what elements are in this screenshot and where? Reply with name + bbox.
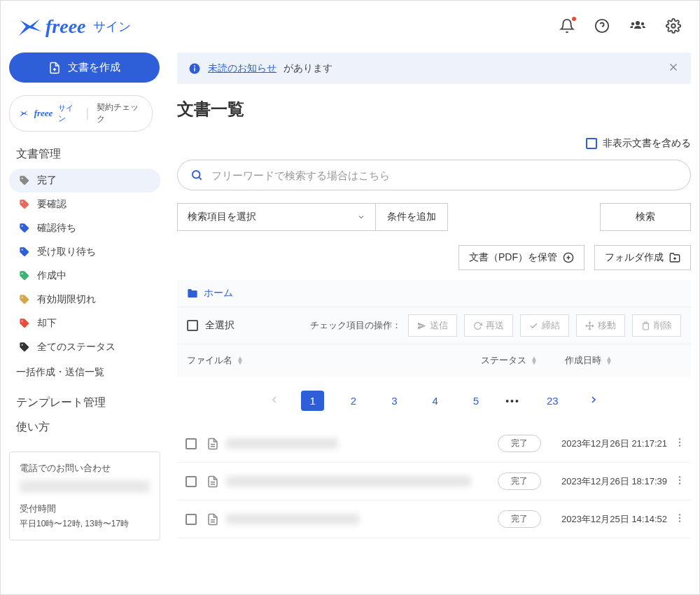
created-date: 2023年12月26日 18:17:39 bbox=[552, 475, 667, 488]
tag-icon bbox=[19, 199, 30, 210]
sidebar-status-3[interactable]: 受け取り待ち bbox=[9, 240, 160, 264]
sidebar-status-1[interactable]: 要確認 bbox=[9, 192, 160, 216]
svg-point-8 bbox=[22, 178, 23, 179]
row-checkbox[interactable] bbox=[186, 476, 197, 487]
sidebar-status-5[interactable]: 有効期限切れ bbox=[9, 288, 160, 312]
sidebar-status-6[interactable]: 却下 bbox=[9, 312, 160, 335]
more-icon[interactable] bbox=[674, 512, 685, 526]
row-checkbox[interactable] bbox=[186, 438, 197, 449]
content: 未読のお知らせがあります 文書一覧 非表示文書を含める 検索項目を選択 条件を追… bbox=[169, 52, 699, 595]
sidebar-status-0[interactable]: 完了 bbox=[9, 169, 160, 192]
svg-point-15 bbox=[22, 344, 23, 346]
bulk-send-button[interactable]: 送信 bbox=[408, 314, 457, 337]
tag-icon bbox=[19, 175, 30, 186]
created-date: 2023年12月25日 14:14:52 bbox=[552, 513, 667, 526]
gear-icon[interactable] bbox=[666, 18, 681, 36]
svg-point-32 bbox=[679, 438, 680, 440]
chevron-down-icon bbox=[357, 213, 365, 221]
status-badge: 完了 bbox=[498, 435, 541, 452]
close-icon[interactable] bbox=[667, 61, 680, 76]
page-title: 文書一覧 bbox=[177, 98, 691, 120]
more-icon[interactable] bbox=[674, 437, 685, 450]
breadcrumb[interactable]: ホーム bbox=[177, 280, 691, 307]
tag-icon bbox=[19, 223, 30, 234]
search-button[interactable]: 検索 bbox=[600, 203, 691, 231]
svg-point-10 bbox=[22, 225, 23, 227]
include-hidden-checkbox[interactable]: 非表示文書を含める bbox=[586, 137, 691, 150]
sidebar-status-4[interactable]: 作成中 bbox=[9, 264, 160, 288]
search-input[interactable] bbox=[211, 169, 678, 181]
page-2[interactable]: 2 bbox=[342, 391, 365, 411]
notice-banner: 未読のお知らせがあります bbox=[177, 52, 691, 84]
logo[interactable]: freee サイン bbox=[19, 15, 131, 38]
page-3[interactable]: 3 bbox=[383, 391, 405, 411]
svg-point-33 bbox=[679, 442, 680, 443]
search-bar[interactable] bbox=[177, 160, 691, 190]
header-icons bbox=[559, 18, 681, 36]
logo-sub: サイン bbox=[93, 18, 131, 35]
col-created[interactable]: 作成日時▲▼ bbox=[565, 354, 677, 367]
check-icon bbox=[529, 321, 538, 330]
status-badge: 完了 bbox=[498, 472, 541, 490]
tag-icon bbox=[19, 246, 30, 258]
prev-page[interactable] bbox=[266, 391, 283, 410]
checkbox-icon bbox=[586, 138, 597, 149]
help-icon[interactable] bbox=[594, 18, 610, 36]
create-folder-button[interactable]: フォルダ作成 bbox=[594, 245, 691, 270]
section-docs: 文書管理 bbox=[16, 147, 153, 162]
col-filename[interactable]: ファイル名▲▼ bbox=[187, 354, 481, 367]
svg-point-43 bbox=[679, 517, 680, 519]
folder-plus-icon bbox=[669, 252, 680, 263]
section-howto[interactable]: 使い方 bbox=[16, 420, 153, 435]
select-all-checkbox[interactable]: 全選択 bbox=[187, 319, 234, 332]
contract-check-link[interactable]: freee サイン │ 契約チェック bbox=[9, 95, 153, 132]
page-last[interactable]: 23 bbox=[538, 391, 567, 411]
section-templates[interactable]: テンプレート管理 bbox=[16, 396, 153, 410]
svg-point-12 bbox=[22, 273, 23, 274]
page-4[interactable]: 4 bbox=[424, 391, 446, 411]
sidebar-status-7[interactable]: 全てのステータス bbox=[9, 335, 160, 359]
more-icon[interactable] bbox=[674, 475, 685, 488]
svg-point-2 bbox=[636, 21, 640, 25]
page-5[interactable]: 5 bbox=[465, 391, 487, 411]
page-ellipsis: ••• bbox=[505, 396, 520, 407]
sidebar-status-2[interactable]: 確認待ち bbox=[9, 216, 160, 240]
svg-point-3 bbox=[631, 22, 634, 24]
folder-icon bbox=[187, 288, 198, 299]
create-document-button[interactable]: 文書を作成 bbox=[9, 52, 160, 83]
table-row[interactable]: 完了 2023年12月25日 14:14:52 bbox=[177, 500, 691, 538]
bulk-resend-button[interactable]: 再送 bbox=[464, 314, 513, 337]
filename bbox=[226, 438, 338, 449]
header: freee サイン bbox=[1, 1, 699, 52]
support-hours: 平日10時〜12時, 13時〜17時 bbox=[20, 518, 150, 530]
upload-icon bbox=[563, 252, 574, 263]
search-icon bbox=[190, 169, 203, 181]
svg-line-22 bbox=[199, 177, 201, 179]
support-box: 電話でのお問い合わせ 受付時間 平日10時〜12時, 13時〜17時 bbox=[9, 451, 160, 540]
row-checkbox[interactable] bbox=[186, 514, 197, 525]
status-badge: 完了 bbox=[498, 510, 541, 528]
svg-point-18 bbox=[194, 65, 195, 66]
filter-select[interactable]: 検索項目を選択 bbox=[177, 203, 376, 231]
svg-rect-17 bbox=[194, 67, 195, 71]
support-phone bbox=[20, 480, 150, 493]
tag-icon bbox=[19, 342, 30, 353]
swallow-icon bbox=[19, 18, 41, 36]
bell-icon[interactable] bbox=[559, 18, 575, 36]
info-icon bbox=[188, 62, 201, 75]
people-icon[interactable] bbox=[629, 18, 646, 36]
table-row[interactable]: 完了 2023年12月26日 18:17:39 bbox=[177, 463, 691, 500]
col-status[interactable]: ステータス▲▼ bbox=[481, 354, 565, 367]
send-icon bbox=[417, 321, 426, 330]
notice-link[interactable]: 未読のお知らせ bbox=[208, 62, 276, 75]
table-row[interactable]: 完了 2023年12月26日 21:17:21 bbox=[177, 425, 691, 463]
add-condition-button[interactable]: 条件を追加 bbox=[376, 203, 448, 231]
next-page[interactable] bbox=[585, 391, 602, 410]
save-pdf-button[interactable]: 文書（PDF）を保管 bbox=[458, 245, 584, 270]
file-icon bbox=[206, 475, 219, 488]
batch-link[interactable]: 一括作成・送信一覧 bbox=[9, 359, 160, 386]
bulk-delete-button[interactable]: 削除 bbox=[632, 314, 681, 337]
page-1[interactable]: 1 bbox=[301, 391, 323, 411]
bulk-conclude-button[interactable]: 締結 bbox=[520, 314, 569, 337]
bulk-move-button[interactable]: 移動 bbox=[576, 314, 625, 337]
